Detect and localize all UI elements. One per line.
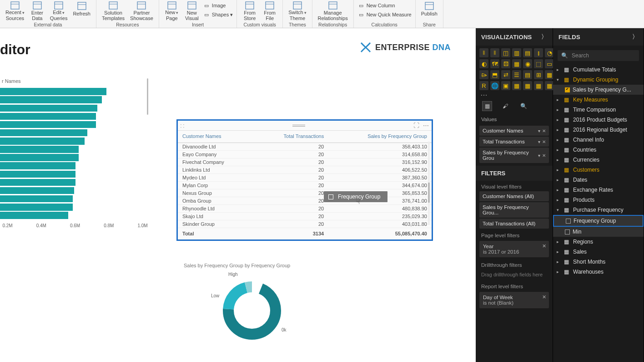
field-table[interactable]: ▸▦Regions	[553, 237, 644, 247]
visual-filter-pill[interactable]: Sales by Frequency Grou...	[479, 202, 549, 218]
field-table[interactable]: ▸▦Time Comparison	[553, 105, 644, 115]
new-visual[interactable]: NewVisual	[183, 1, 201, 21]
publish[interactable]: Publish	[419, 1, 439, 21]
focus-mode-icon[interactable]: ⛶	[413, 122, 419, 129]
new-quick-measure[interactable]: ▭New Quick Measure	[357, 10, 412, 19]
table-row[interactable]: Fivechat Company20316,152.90	[178, 158, 432, 166]
bar-chart-visual[interactable]: r Names 0.2M0.4M0.6M0.8M1.0M	[0, 78, 155, 228]
viz-type-icon[interactable]: ⫿	[534, 48, 543, 57]
viz-type-icon[interactable]: ▭	[545, 59, 554, 68]
bar[interactable]	[0, 121, 96, 128]
viz-type-icon[interactable]: 🗺	[490, 59, 499, 68]
from-store[interactable]: FromStore	[241, 1, 259, 21]
more-options-icon[interactable]: ⋯	[423, 122, 429, 129]
table-row[interactable]: Eayo Company20314,658.80	[178, 151, 432, 158]
viz-type-icon[interactable]: ⚄	[501, 59, 510, 68]
field-table[interactable]: ▸▦Products	[553, 195, 644, 205]
field-table[interactable]: ▸▦Sales	[553, 247, 644, 257]
viz-type-icon[interactable]: ▥	[512, 48, 521, 57]
viz-type-icon[interactable]: ▦	[512, 81, 521, 90]
bar[interactable]	[0, 96, 102, 103]
report-canvas[interactable]: ditor ENTERPRISE DNA r Names 0.2M0.4M0.6…	[0, 28, 476, 362]
field-table[interactable]: ▸▦2016 Regional Budget	[553, 125, 644, 135]
viz-type-icon[interactable]: ▦	[545, 81, 554, 90]
value-field-pill[interactable]: Total Transactions▾✕	[479, 137, 549, 147]
table-row[interactable]: Nexus Group20365,853.50	[178, 189, 432, 197]
bar[interactable]	[0, 171, 75, 178]
donut-chart-visual[interactable]: Sales by Frequency Group by Frequency Gr…	[184, 263, 293, 345]
visual-drag-handle-center[interactable]	[292, 125, 305, 127]
visual-drag-handle-left[interactable]: ⸬	[181, 122, 184, 129]
chevron-right-icon[interactable]: 〉	[541, 33, 547, 41]
field-item[interactable]: Sales by Frequency G...	[553, 85, 644, 95]
viz-type-icon[interactable]: ▤	[523, 48, 532, 57]
bar-chart-scrollbar[interactable]	[147, 78, 148, 115]
bar[interactable]	[0, 146, 79, 153]
field-table[interactable]: ▸▦Currencies	[553, 155, 644, 165]
refresh[interactable]: Refresh	[71, 1, 92, 21]
viz-type-icon[interactable]: ▣	[501, 81, 510, 90]
field-item[interactable]: Min	[553, 227, 644, 237]
viz-type-icon[interactable]: ⫴	[490, 48, 499, 57]
table-visual[interactable]: ⸬ ⛶ ⋯ Customer NamesTotal TransactionsSa…	[176, 119, 433, 241]
bar[interactable]	[0, 162, 75, 169]
partner-showcase[interactable]: PartnerShowcase	[128, 1, 155, 21]
viz-type-icon[interactable]: ▦	[534, 81, 543, 90]
from-file[interactable]: FromFile	[261, 1, 279, 21]
bar[interactable]	[0, 129, 87, 137]
bar[interactable]	[0, 187, 74, 194]
viz-type-icon[interactable]: ⌲	[479, 70, 488, 79]
viz-type-icon[interactable]: ◫	[501, 48, 510, 57]
viz-type-icon[interactable]: ☰	[512, 70, 521, 79]
viz-type-icon[interactable]: ⫴	[479, 48, 488, 57]
bar[interactable]	[0, 154, 79, 161]
field-table[interactable]: ▸▦Countries	[553, 145, 644, 155]
field-table[interactable]: ▸▦Exchange Rates	[553, 185, 644, 195]
visual-filter-pill[interactable]: Total Transactions (All)	[479, 219, 549, 229]
fields-tab-icon[interactable]: ▦	[482, 101, 492, 111]
table-row[interactable]: Rhynoodle Ltd20480,838.90	[178, 205, 432, 213]
table-scrollbar[interactable]	[428, 142, 430, 225]
viz-type-icon[interactable]: ▤	[523, 70, 532, 79]
field-table[interactable]: ▸▦Channel Info	[553, 135, 644, 145]
viz-type-icon[interactable]: ◐	[479, 59, 488, 68]
field-table[interactable]: ▾▦Purchase Frequency	[553, 205, 644, 215]
bar[interactable]	[0, 88, 106, 95]
field-table[interactable]: ▸▦Short Months	[553, 257, 644, 267]
field-table[interactable]: ▸▦Key Measures	[553, 95, 644, 105]
chevron-right-icon[interactable]: 〉	[632, 33, 638, 41]
format-tab-icon[interactable]: 🖌	[500, 101, 510, 111]
column-header[interactable]: Customer Names	[178, 131, 254, 143]
edit-queries[interactable]: EditQueries	[48, 1, 70, 21]
viz-type-icon[interactable]: ▦	[512, 59, 521, 68]
bar[interactable]	[0, 179, 75, 186]
new-column[interactable]: ▭New Column	[357, 1, 412, 10]
viz-type-icon[interactable]: ◉	[523, 59, 532, 68]
field-table[interactable]: ▸▦Warehouses	[553, 267, 644, 277]
viz-more-icon[interactable]: …	[476, 90, 553, 97]
table-row[interactable]: Mylan Corp20344,674.00	[178, 182, 432, 189]
field-table[interactable]: ▸▦Cumulative Totals	[553, 65, 644, 75]
shapes[interactable]: ▭Shapes ▾	[203, 10, 233, 19]
value-field-pill[interactable]: Customer Names▾✕	[479, 126, 549, 136]
viz-type-icon[interactable]: 🌐	[490, 81, 499, 90]
table-row[interactable]: Skinder Group20403,031.80	[178, 220, 432, 228]
field-table[interactable]: ▸▦Customers	[553, 165, 644, 175]
bar[interactable]	[0, 138, 85, 145]
viz-type-icon[interactable]: ▦	[523, 81, 532, 90]
field-item[interactable]: Frequency Group	[553, 215, 644, 227]
close-icon[interactable]: ✕	[542, 294, 546, 300]
page-filter-year[interactable]: Year is 2017 or 2016 ✕	[479, 241, 549, 257]
switch-theme[interactable]: SwitchTheme	[287, 1, 308, 21]
table-row[interactable]: Linklinks Ltd20406,522.50	[178, 166, 432, 174]
fields-search-input[interactable]: 🔍 Search	[558, 50, 639, 61]
new-page[interactable]: NewPage	[163, 1, 181, 21]
viz-type-icon[interactable]: R	[479, 81, 488, 90]
field-table[interactable]: ▸▦2016 Product Budgets	[553, 115, 644, 125]
column-header[interactable]: Sales by Frequency Group	[328, 131, 432, 143]
viz-type-icon[interactable]: ⬒	[490, 70, 499, 79]
viz-type-icon[interactable]: ⬚	[534, 59, 543, 68]
table-row[interactable]: Mydeo Ltd20387,360.50	[178, 174, 432, 182]
value-field-pill[interactable]: Sales by Frequency Grou▾✕	[479, 148, 549, 163]
field-table[interactable]: ▸▦Dates	[553, 175, 644, 185]
